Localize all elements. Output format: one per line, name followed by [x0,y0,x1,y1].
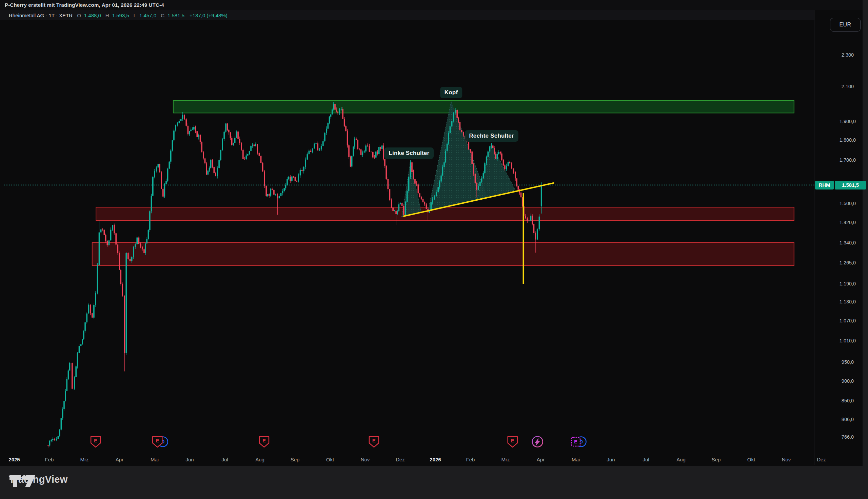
candle-body [455,110,456,112]
candle-body [432,199,433,203]
time-tick: Mai [150,457,159,462]
candle-body [286,179,288,185]
chart-canvas[interactable]: EDEEEEDE2.3002.1001.900,01.800,01.700,01… [0,0,868,499]
candle-body [411,162,413,172]
candle-body [266,186,267,196]
event-icon-earnings[interactable]: E [259,437,269,447]
candle-body [75,366,77,377]
event-icon-earnings[interactable]: E [508,437,517,447]
candle-body [456,110,458,118]
candle-body [69,363,71,370]
candle-body [152,177,154,196]
right-shoulder-label[interactable]: Rechte Schulter [465,130,518,142]
time-tick: Sep [291,457,300,462]
candle-body [471,151,473,164]
candle-body [220,150,221,160]
candle-body [166,181,167,184]
candle-body [198,135,199,137]
event-icon-earnings[interactable]: E [91,437,100,447]
candle-body [264,171,265,186]
left-shoulder-label[interactable]: Linke Schulter [384,147,434,159]
candle-body [392,207,394,211]
time-tick: Dez [817,457,826,462]
candle-body [110,230,112,241]
time-tick: 2025 [9,457,20,462]
candle-body [365,145,367,151]
candle-body [239,139,241,143]
candle-body [395,211,397,214]
price-tick: 1.070,0 [840,318,856,324]
candle-body [348,145,350,157]
candle-body [90,305,91,314]
candle-body [218,160,220,168]
demand-zone-1[interactable] [96,207,794,220]
candle-body [119,253,120,270]
price-tick: 2.300 [842,52,854,58]
candle-body [190,130,192,131]
candle-body [250,146,252,151]
candle-body [370,152,372,152]
candle-body [500,152,501,154]
candle-body [447,144,448,151]
last-price-value: 1.581,5 [835,181,866,190]
candle-body [200,135,201,142]
demand-zone-2[interactable] [92,243,794,266]
candle-body [223,132,225,139]
tradingview-logo-icon[interactable] [9,474,36,489]
candle-body [62,409,63,418]
candle-body [482,173,484,179]
candle-body [260,156,262,163]
candle-body [215,173,216,176]
candle-body [122,284,123,296]
candle-body [164,184,166,197]
candle-body [315,143,317,144]
candle-body [451,121,453,126]
time-axis[interactable]: 2025FebMrzAprMaiJunJulAugSepOktNovDez202… [9,457,826,462]
candle-body [120,270,121,284]
candle-body [105,235,107,241]
candle-body [416,184,417,185]
candle-body [195,127,196,131]
candle-body [494,148,495,154]
candle-body [159,164,160,172]
candle-body [321,146,322,149]
candle-body [362,153,364,155]
time-tick: Dez [396,457,405,462]
candle-body [356,139,357,140]
candle-body [360,149,362,155]
head-label[interactable]: Kopf [440,87,463,98]
candle-body [182,115,183,119]
candle-body [175,125,176,131]
supply-zone[interactable] [173,101,794,113]
event-icon-earnings_est_dividend[interactable]: DE [571,437,586,447]
candle-body [145,243,146,253]
pattern-triangle-right-shoulder[interactable] [477,143,515,199]
candle-body [332,109,333,114]
candle-body [213,167,215,173]
candle-body [102,230,103,230]
candle-body [81,344,82,346]
candle-body [461,130,463,132]
candle-body [97,265,98,293]
candle-body [413,172,414,179]
candle-body [206,163,207,174]
svg-text:E: E [262,438,266,443]
candle-body [107,241,108,245]
price-axis[interactable]: 2.3002.1001.900,01.800,01.700,01.500,01.… [840,52,856,440]
event-icon-split[interactable] [532,437,543,447]
candle-body [333,104,334,109]
time-tick: Apr [537,457,545,462]
chart-widget: P-Cherry erstellt mit TradingView.com, A… [0,0,863,466]
candle-body [184,115,185,119]
candle-body [52,439,53,440]
event-icon-earnings_dividend[interactable]: DE [152,437,168,447]
candle-body [109,240,110,245]
candle-body [158,164,159,168]
candle-body [521,193,522,197]
candle-body [290,177,291,181]
price-tick: 766,0 [842,434,854,440]
candle-body [56,439,57,440]
candle-body [196,131,198,137]
candle-body [347,131,348,145]
event-icon-earnings[interactable]: E [369,437,379,447]
